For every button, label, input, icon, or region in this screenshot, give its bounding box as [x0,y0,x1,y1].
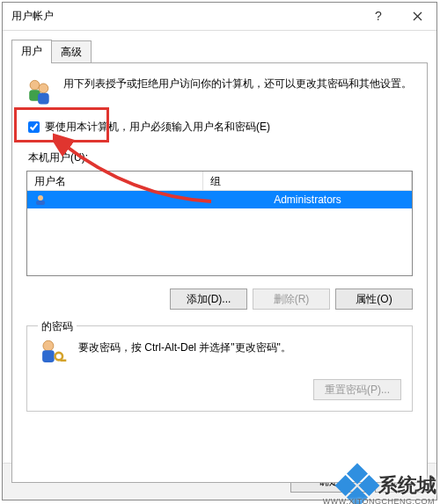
tab-advanced[interactable]: 高级 [51,40,92,63]
add-button[interactable]: 添加(D)... [170,289,247,310]
cell-group: Administrators [203,194,412,206]
tab-user[interactable]: 用户 [11,40,52,63]
svg-point-10 [55,353,63,361]
col-group[interactable]: 组 [203,172,412,190]
password-group-desc: 要改密码，按 Ctrl-Alt-Del 并选择"更改密码"。 [78,337,291,355]
svg-rect-7 [36,201,45,205]
tab-strip: 用户 高级 [11,40,428,63]
col-username[interactable]: 用户名 [27,172,203,190]
list-row[interactable]: Administrators [27,191,412,208]
list-button-row: 添加(D)... 删除(R) 属性(O) [26,289,413,310]
must-login-row: 要使用本计算机，用户必须输入用户名和密码(E) [12,116,427,138]
intro-row: 用下列表授予或拒绝用户访问你的计算机，还可以更改其密码和其他设置。 [12,63,427,113]
svg-rect-9 [42,350,55,362]
user-accounts-window: 用户帐户 ? 用户 高级 用下列表授予或拒绝用户访问你的计算机，还可以更改其密码… [2,2,437,500]
close-button[interactable] [398,3,436,29]
users-icon [23,76,55,107]
password-group-legend: 的密码 [38,319,77,334]
key-user-icon [38,337,68,367]
cell-username [27,194,203,206]
user-list[interactable]: 用户名 组 Administrators [26,171,413,276]
must-login-label[interactable]: 要使用本计算机，用户必须输入用户名和密码(E) [45,120,270,135]
svg-rect-11 [61,360,67,362]
remove-button: 删除(R) [253,289,330,310]
svg-point-2 [30,80,40,90]
tab-panel-user: 用下列表授予或拒绝用户访问你的计算机，还可以更改其密码和其他设置。 要使用本计算… [11,62,428,483]
svg-point-4 [39,84,48,93]
help-button[interactable]: ? [359,3,398,29]
window-title: 用户帐户 [11,9,54,24]
reset-password-button: 重置密码(P)... [313,379,401,400]
must-login-checkbox[interactable] [28,121,40,133]
close-icon [413,11,422,21]
list-header: 用户名 组 [27,172,412,191]
list-caption: 本机用户(U): [12,138,427,169]
svg-point-6 [38,195,43,201]
intro-text: 用下列表授予或拒绝用户访问你的计算机，还可以更改其密码和其他设置。 [63,76,412,91]
svg-rect-5 [38,93,49,105]
titlebar[interactable]: 用户帐户 ? [3,3,436,31]
password-groupbox: 的密码 要改密码，按 Ctrl-Alt-Del 并选择"更改密码"。 重置密码(… [26,325,413,412]
user-row-icon [34,194,47,206]
properties-button[interactable]: 属性(O) [335,289,413,310]
svg-point-8 [43,340,54,351]
